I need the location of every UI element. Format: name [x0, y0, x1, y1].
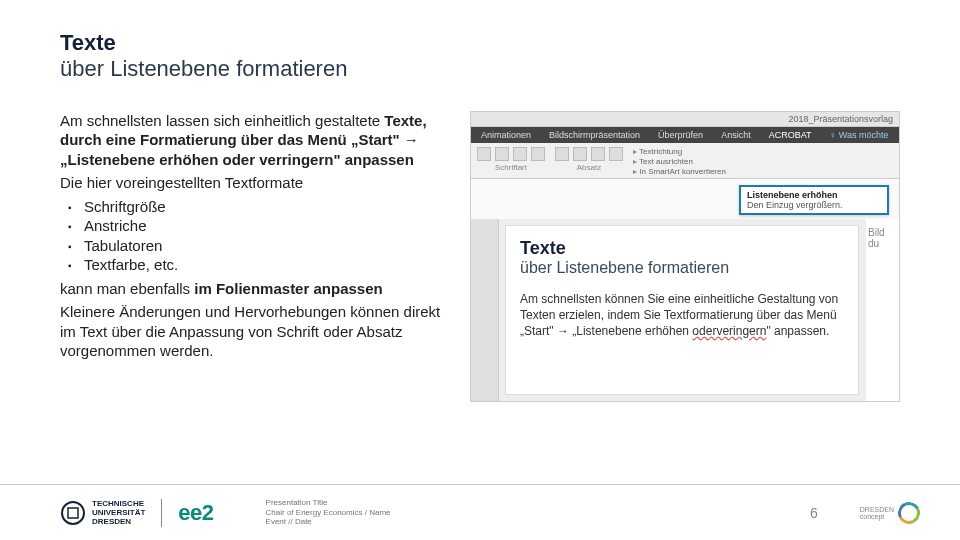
tud-logo: TECHNISCHE UNIVERSITÄT DRESDEN: [60, 499, 145, 526]
para-3: kann man ebenfalls im Folienmaster anpas…: [60, 279, 460, 299]
body-text: Am schnellsten lassen sich einheitlich g…: [60, 111, 460, 402]
slide-canvas: Texte über Listenebene formatieren Am sc…: [505, 225, 859, 395]
title-block: Texte über Listenebene formatieren: [60, 30, 900, 83]
ribbon-body: Schriftart Absatz Textrichtung Tex: [471, 143, 899, 179]
ribbon-tabs: Animationen Bildschirmpräsentation Überp…: [471, 127, 899, 143]
ppt-window: 2018_Präsentationsvorlag Animationen Bil…: [470, 111, 900, 402]
tab: Ansicht: [721, 130, 751, 140]
font-icon: [531, 147, 545, 161]
font-icon: [513, 147, 527, 161]
tooltip-body: Den Einzug vergrößern.: [747, 200, 881, 210]
font-icon: [495, 147, 509, 161]
divider: [161, 499, 162, 527]
dresden-concept-logo: DRESDEN concept: [860, 502, 920, 524]
list-item: Textfarbe, etc.: [84, 255, 460, 275]
side-caption: Bild du: [865, 219, 899, 401]
ribbon-extras: Textrichtung Text ausrichten In SmartArt…: [633, 147, 726, 176]
ribbon-group-paragraph: Absatz: [555, 147, 623, 176]
title-line2: über Listenebene formatieren: [60, 56, 900, 82]
tab: Überprüfen: [658, 130, 703, 140]
indent-icon: [609, 147, 623, 161]
canvas-body: Am schnellsten können Sie eine einheitli…: [520, 291, 844, 340]
svg-point-0: [62, 502, 84, 524]
tooltip-title: Listenebene erhöhen: [747, 190, 881, 200]
list-icon: [573, 147, 587, 161]
list-icon: [555, 147, 569, 161]
bullet-list: Schriftgröße Anstriche Tabulatoren Textf…: [60, 197, 460, 275]
content-row: Am schnellsten lassen sich einheitlich g…: [60, 111, 900, 402]
ee2-logo: ee2: [178, 500, 213, 526]
tab: ACROBAT: [769, 130, 812, 140]
para-2: Die hier voreingestellten Textformate: [60, 173, 460, 193]
slide-area: Texte über Listenebene formatieren Am sc…: [471, 219, 899, 401]
tab: Animationen: [481, 130, 531, 140]
tud-icon: [60, 500, 86, 526]
tell-me: ♀ Was möchte: [829, 130, 888, 140]
canvas-title1: Texte: [520, 238, 844, 259]
footer: TECHNISCHE UNIVERSITÄT DRESDEN ee2 Prese…: [0, 484, 960, 540]
screenshot-mock: 2018_Präsentationsvorlag Animationen Bil…: [470, 111, 900, 402]
ribbon-group-font: Schriftart: [477, 147, 545, 176]
para-1: Am schnellsten lassen sich einheitlich g…: [60, 111, 460, 170]
list-item: Anstriche: [84, 216, 460, 236]
footer-meta: Presentation Title Chair of Energy Econo…: [266, 498, 391, 527]
list-item: Schriftgröße: [84, 197, 460, 217]
tooltip: Listenebene erhöhen Den Einzug vergrößer…: [739, 185, 889, 215]
ppt-titlebar: 2018_Präsentationsvorlag: [471, 112, 899, 127]
font-icon: [477, 147, 491, 161]
dc-ring-icon: [895, 498, 923, 526]
slide: Texte über Listenebene formatieren Am sc…: [0, 0, 960, 540]
title-line1: Texte: [60, 30, 900, 56]
svg-rect-1: [68, 508, 78, 518]
para-4: Kleinere Änderungen und Hervorhebungen k…: [60, 302, 460, 361]
canvas-title2: über Listenebene formatieren: [520, 259, 844, 277]
thumbnail-pane: [471, 219, 499, 401]
page-number: 6: [810, 505, 818, 521]
tab: Bildschirmpräsentation: [549, 130, 640, 140]
list-item: Tabulatoren: [84, 236, 460, 256]
indent-icon: [591, 147, 605, 161]
